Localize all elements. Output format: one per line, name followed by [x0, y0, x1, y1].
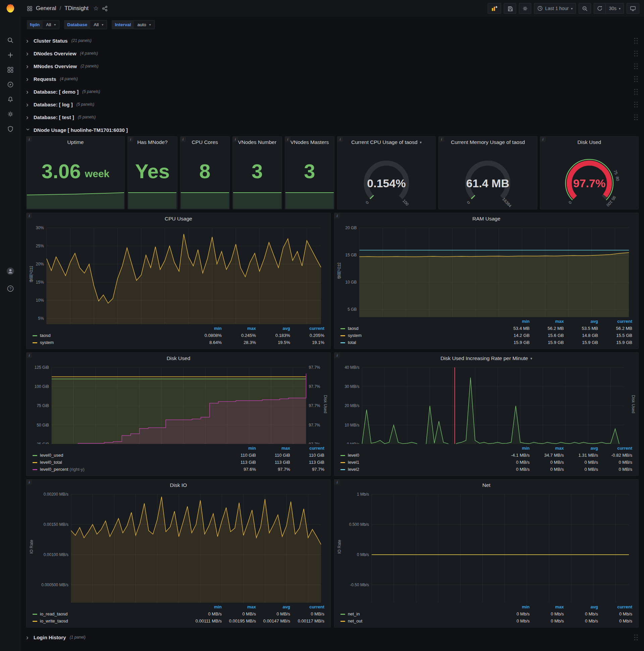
row-drag-handle[interactable]: [634, 88, 639, 95]
panel-title[interactable]: CPU Usage: [27, 213, 330, 224]
info-icon[interactable]: i: [233, 136, 238, 142]
legend-series[interactable]: io_write_taosd: [31, 617, 190, 624]
cpu-usage-chart[interactable]: 0%5%10%15%20%25%30%01:0001:0501:1001:150…: [35, 224, 327, 324]
refresh-button[interactable]: [594, 3, 606, 14]
info-icon[interactable]: i: [334, 479, 340, 485]
row-drag-handle[interactable]: [634, 37, 639, 44]
info-icon[interactable]: i: [285, 136, 290, 142]
create-plus-icon[interactable]: [3, 48, 18, 62]
zoom-out-button[interactable]: [579, 3, 591, 14]
dashboard-grid-icon[interactable]: [27, 6, 33, 11]
help-icon[interactable]: ?: [3, 281, 18, 296]
legend-series[interactable]: level2: [339, 466, 497, 473]
info-icon[interactable]: i: [540, 136, 546, 142]
row-database-test[interactable]: ›Database: [ test ](5 panels): [26, 111, 639, 123]
variable-database-value[interactable]: All▾: [90, 20, 107, 29]
info-icon[interactable]: i: [27, 479, 32, 485]
cycle-view-mode-button[interactable]: [626, 3, 639, 14]
panel-title[interactable]: VNodes Masters: [285, 136, 334, 148]
chart-legend[interactable]: minmaxcurrentlevel0_used110 GiB110 GiB11…: [31, 445, 326, 473]
user-avatar[interactable]: [3, 264, 18, 279]
info-icon[interactable]: i: [27, 213, 32, 218]
cpu-usage-gauge[interactable]: 01000.154%: [337, 148, 436, 208]
info-icon[interactable]: i: [337, 136, 343, 142]
add-panel-button[interactable]: [488, 3, 501, 14]
row-dnode-usage[interactable]: ›DNode Usage [ huolinhe-TM1701:6030 ]: [26, 123, 639, 136]
info-icon[interactable]: i: [128, 136, 133, 142]
ram-usage-chart[interactable]: 0 MB5 GB10 GB15 GB20 GB01:0001:0501:1001…: [343, 224, 635, 317]
panel-title[interactable]: VNodes Number: [233, 136, 282, 148]
panel-title[interactable]: CPU Cores: [181, 136, 229, 148]
disk-used-gauge[interactable]: 075809510097.7%: [540, 148, 638, 208]
row-database-demo[interactable]: ›Database: [ demo ](5 panels): [26, 85, 639, 98]
legend-series[interactable]: level0_percent (right-y): [31, 466, 224, 473]
grafana-logo[interactable]: [5, 3, 15, 13]
legend-series[interactable]: level0_used: [31, 452, 224, 459]
admin-shield-icon[interactable]: [3, 122, 18, 136]
legend-series[interactable]: taosd: [339, 325, 497, 332]
legend-series[interactable]: level0: [339, 452, 497, 459]
panel-title[interactable]: Current Memory Usage of taosd: [439, 136, 537, 148]
row-drag-handle[interactable]: [634, 50, 639, 57]
variable-database-label[interactable]: Database: [64, 20, 90, 29]
variable-interval-label[interactable]: Interval: [112, 20, 134, 29]
save-dashboard-button[interactable]: [504, 3, 516, 14]
disk-used-chart[interactable]: 0 GiB25 GiB50 GiB75 GiB100 GiB125 GiB97.…: [30, 364, 322, 444]
row-drag-handle[interactable]: [634, 101, 639, 108]
row-requests[interactable]: ›Requests(4 panels): [26, 72, 639, 85]
refresh-interval-dropdown[interactable]: 30s▾: [606, 3, 624, 14]
explore-compass-icon[interactable]: [3, 77, 18, 92]
dashboards-grid-icon[interactable]: [3, 62, 18, 77]
chart-legend[interactable]: minmaxavgcurrentnet_in0 Mb/s0 Mb/s0 Mb/s…: [339, 603, 634, 624]
panel-title[interactable]: Net: [334, 479, 638, 491]
info-icon[interactable]: i: [181, 136, 186, 142]
memory-usage-gauge[interactable]: 01638461.4 MB: [439, 148, 537, 208]
panel-title[interactable]: RAM Usage: [334, 213, 638, 224]
legend-series[interactable]: taosd: [31, 332, 190, 339]
row-database-log[interactable]: ›Database: [ log ](5 panels): [26, 98, 639, 111]
panel-title[interactable]: Disk IO: [27, 479, 330, 491]
variable-interval-value[interactable]: auto▾: [134, 20, 154, 29]
legend-series[interactable]: system: [31, 339, 190, 346]
info-icon[interactable]: i: [334, 213, 340, 218]
star-icon[interactable]: ☆: [93, 5, 99, 12]
panel-title[interactable]: Disk Used: [540, 136, 638, 148]
legend-series[interactable]: level0_total: [31, 459, 224, 466]
share-icon[interactable]: [102, 6, 108, 11]
info-icon[interactable]: i: [439, 136, 444, 142]
row-cluster-status[interactable]: ›Cluster Status(21 panels): [26, 34, 639, 47]
configuration-gear-icon[interactable]: [3, 107, 18, 122]
alerting-bell-icon[interactable]: [3, 92, 18, 107]
legend-series[interactable]: net_out: [339, 617, 497, 624]
time-range-picker[interactable]: Last 1 hour ▾: [534, 3, 576, 14]
panel-title[interactable]: Has MNode?: [128, 136, 177, 148]
row-drag-handle[interactable]: [634, 634, 639, 641]
breadcrumb-section[interactable]: General: [36, 5, 56, 12]
info-icon[interactable]: i: [27, 136, 32, 142]
info-icon[interactable]: i: [334, 353, 340, 358]
legend-series[interactable]: system: [339, 332, 497, 339]
search-icon[interactable]: [3, 33, 18, 48]
row-drag-handle[interactable]: [634, 75, 639, 83]
variable-fqdn-label[interactable]: fqdn: [27, 20, 42, 29]
variable-fqdn-value[interactable]: All▾: [42, 20, 59, 29]
panel-title[interactable]: Disk Used: [27, 353, 330, 364]
chart-legend[interactable]: minmaxavgcurrenttaosd53.4 MB56.2 MB53.5 …: [339, 318, 634, 346]
row-drag-handle[interactable]: [634, 63, 639, 70]
panel-title[interactable]: Current CPU Usage of taosd▾: [337, 136, 436, 148]
row-login-history[interactable]: ›Login History(1 panel): [26, 631, 639, 644]
row-dnodes-overview[interactable]: ›DNodes Overview(4 panels): [26, 47, 639, 60]
panel-title[interactable]: Disk Used Increasing Rate per Minute▾: [334, 353, 638, 364]
info-icon[interactable]: i: [27, 353, 32, 358]
panel-title[interactable]: Uptime: [27, 136, 124, 148]
row-mnodes-overview[interactable]: ›MNodes Overview(2 panels): [26, 60, 639, 72]
disk-rate-chart[interactable]: -10 MB/s0 MB/s10 MB/s20 MB/s30 MB/s40 MB…: [338, 364, 630, 444]
dashboard-settings-gear-button[interactable]: [519, 3, 531, 14]
disk-io-chart[interactable]: 0 MB/s0.000500 MB/s0.00100 MB/s0.00150 M…: [35, 491, 327, 603]
row-drag-handle[interactable]: [634, 114, 639, 121]
chart-legend[interactable]: minmaxavgcurrentlevel0-4.1 MB/s34.7 MB/s…: [339, 445, 634, 473]
legend-series[interactable]: level1: [339, 459, 497, 466]
net-chart[interactable]: -1 Mb/s-0.50 Mb/s0 Mb/s0.500 Mb/s1 Mb/s0…: [343, 491, 635, 603]
legend-series[interactable]: io_read_taosd: [31, 610, 190, 617]
chart-legend[interactable]: minmaxavgcurrenttaosd0.0808%0.245%0.183%…: [31, 325, 326, 346]
